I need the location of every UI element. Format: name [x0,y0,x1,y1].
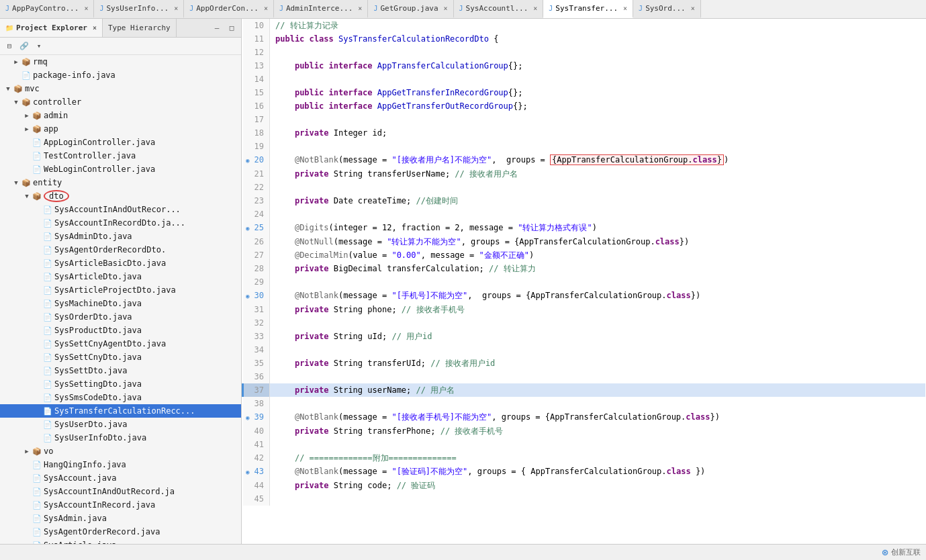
tab-close-appordercon[interactable]: × [264,5,268,12]
main-area: 📁 Project Explorer × Type Hierarchy — □ … [0,19,926,544]
tree-item-sysagentorder[interactable]: 📄 SysAgentOrderRecordDto. [0,243,241,256]
tab-close-sysord[interactable]: × [691,5,695,12]
tree-item-sysarticle[interactable]: 📄 SysArticle.java [0,539,241,544]
tree-item-package-info[interactable]: 📄 package-info.java [0,68,241,82]
file-icon-hangqinginfo: 📄 [32,461,42,469]
tab-systransfer[interactable]: J SysTransfer... × [543,0,633,18]
code-line-36: 36 [243,370,925,383]
tree-item-vo[interactable]: ▶ 📦 vo [0,445,241,458]
tree-item-sysaccountinrecord[interactable]: 📄 SysAccountInRecordDto.ja... [0,216,241,230]
arrow-entity: ▼ [11,179,21,186]
tab-close-sysaccountl[interactable]: × [533,5,537,12]
code-line-21: 21 private String transferUserName; // 接… [243,167,925,181]
file-icon-syssettcnydto: 📄 [43,353,52,362]
file-icon-weblogin: 📄 [32,165,42,174]
panel-controls: — □ [207,19,241,37]
tree-item-sysorderdto[interactable]: 📄 SysOrderDto.java [0,310,241,324]
package-icon-vo: 📦 [32,447,42,456]
java-icon-7: J [549,5,553,12]
file-icon-applogin: 📄 [32,138,42,147]
tree-item-sysproductdto[interactable]: 📄 SysProductDto.java [0,324,241,337]
tree-item-sysagentorderrecord[interactable]: 📄 SysAgentOrderRecord.java [0,525,241,539]
tree-item-controller[interactable]: ▼ 📦 controller [0,95,241,109]
tree-item-rmq[interactable]: ▶ 📦 rmq [0,55,241,68]
tree-toolbar: ⊟ 🔗 ▾ [0,38,241,55]
tree-item-testcontroller[interactable]: 📄 TestController.java [0,149,241,162]
tree-item-sysadmindto[interactable]: 📄 SysAdminDto.java [0,230,241,243]
tab-close-sysuserinfo[interactable]: × [174,5,178,12]
tree-item-syssettingdto[interactable]: 📄 SysSettingDto.java [0,377,241,391]
tree-item-syssettcnydto[interactable]: 📄 SysSettCnyDto.java [0,351,241,364]
tab-sysaccountl[interactable]: J SysAccountl... × [454,0,544,18]
code-editor[interactable]: 10 // 转让算力记录 11 public class SysTransfer… [242,19,926,544]
tab-apppaycont[interactable]: J AppPayContro... × [0,0,94,18]
code-line-34: 34 [243,343,925,357]
tree-item-syssettcnyagentdto[interactable]: 📄 SysSettCnyAgentDto.java [0,337,241,351]
tree-item-systransfer-selected[interactable]: 📄 SysTransferCalculationRecc... [0,404,241,418]
file-icon-syssettingdto: 📄 [43,380,52,389]
panel-tab-type-hierarchy[interactable]: Type Hierarchy [103,19,177,37]
tree-item-app[interactable]: ▶ 📦 app [0,122,241,136]
tree-item-sysaccountinrecord[interactable]: 📄 SysAccountInRecord.java [0,498,241,512]
tree-item-hangqinginfo[interactable]: 📄 HangQingInfo.java [0,458,241,471]
tree-item-dto[interactable]: ▼ 📦 dto [0,189,241,203]
tab-sysuserinfo[interactable]: J SysUserInfo... × [94,0,184,18]
tab-close-getgroup[interactable]: × [444,5,448,12]
tree-item-syssettdto[interactable]: 📄 SysSettDto.java [0,364,241,377]
tree-item-sysuserdto[interactable]: 📄 SysUserDto.java [0,418,241,431]
tree-menu-button[interactable]: ▾ [32,40,46,53]
code-line-43: ◉ 43 @NotBlank(message = "[验证码]不能为空", gr… [243,465,925,479]
maximize-button[interactable]: □ [225,21,238,35]
file-icon-syssettdto: 📄 [43,367,52,375]
minimize-button[interactable]: — [210,21,224,35]
tree-item-sysarticledto[interactable]: 📄 SysArticleDto.java [0,270,241,283]
code-line-24: 24 [243,207,925,221]
tree-item-sysmachiendto[interactable]: 📄 SysMachineDto.java [0,297,241,310]
tab-appordercon[interactable]: J AppOrderCon... × [184,0,274,18]
file-icon-syssmscodedto: 📄 [43,393,52,402]
tab-getgroup[interactable]: J GetGroup.java × [368,0,453,18]
code-line-10: 10 // 转让算力记录 [243,19,925,32]
tab-close-apppaycont[interactable]: × [84,5,88,12]
arrow-admin: ▶ [21,112,32,119]
tab-sysord[interactable]: J SysOrd... × [633,0,701,18]
tree-item-syssmscodedto[interactable]: 📄 SysSmsCodeDto.java [0,391,241,404]
file-icon-sysmachiendto: 📄 [43,299,52,308]
java-icon-5: J [373,5,377,12]
tree-item-sysaccountinandoutrecord[interactable]: 📄 SysAccountInAndOutRecord.ja [0,485,241,498]
panel-tab-project-explorer[interactable]: 📁 Project Explorer × [0,19,103,37]
tree-item-sysadmin[interactable]: 📄 SysAdmin.java [0,512,241,525]
link-editor-button[interactable]: 🔗 [17,40,31,53]
project-tree[interactable]: ▶ 📦 rmq 📄 package-info.java ▼ 📦 mvc ▼ [0,55,241,544]
file-icon-pkg-info: 📄 [21,71,31,80]
file-icon-sysagentorderrecord: 📄 [32,528,42,536]
tree-item-applogincontroller[interactable]: 📄 AppLoginController.java [0,136,241,149]
tab-admininterce[interactable]: J AdminInterce... × [274,0,368,18]
bottom-bar: ⊛ 创新互联 [0,544,926,560]
code-line-17: 17 [243,113,925,126]
tree-item-weblogincontroller[interactable]: 📄 WebLoginController.java [0,162,241,176]
arrow-controller: ▼ [11,99,21,105]
tree-item-sysarticleprojectdto[interactable]: 📄 SysArticleProjectDto.java [0,283,241,297]
java-icon-3: J [189,5,193,12]
file-icon-sysarticlebasicdto: 📄 [43,259,52,268]
collapse-all-button[interactable]: ⊟ [3,40,16,53]
code-line-45: 45 [243,492,925,506]
tree-item-sysaccountinandout[interactable]: 📄 SysAccountInAndOutRecor... [0,203,241,216]
tree-item-sysarticlebasicdto[interactable]: 📄 SysArticleBasicDto.java [0,256,241,270]
package-icon-controller: 📦 [21,98,31,107]
tree-item-sysaccount[interactable]: 📄 SysAccount.java [0,471,241,485]
tree-item-entity[interactable]: ▼ 📦 entity [0,176,241,189]
package-icon-rmq: 📦 [21,58,31,66]
arrow-mvc: ▼ [3,85,13,92]
tree-item-mvc[interactable]: ▼ 📦 mvc [0,82,241,95]
java-icon-2: J [99,5,103,12]
panel-tab-x[interactable]: × [93,24,97,32]
tree-item-admin[interactable]: ▶ 📦 admin [0,109,241,122]
file-icon-sysarticleprojectdto: 📄 [43,286,52,295]
code-line-26: 26 @NotNull(message = "转让算力不能为空", groups… [243,235,925,248]
code-line-42: 42 // =============附加============== [243,451,925,465]
tab-close-systransfer[interactable]: × [623,5,627,12]
tab-close-admininterce[interactable]: × [358,5,362,12]
tree-item-sysuserinfodto[interactable]: 📄 SysUserInfoDto.java [0,431,241,445]
